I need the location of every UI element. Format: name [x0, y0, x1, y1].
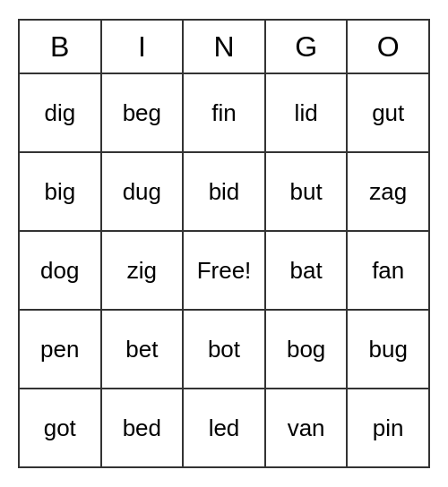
cell-r4-c3: bot: [183, 310, 265, 389]
header-row: BINGO: [19, 20, 429, 73]
cell-r5-c2: bed: [101, 389, 184, 467]
row-5: gotbedledvanpin: [19, 389, 429, 467]
cell-r3-c4: bat: [265, 231, 348, 310]
cell-r5-c3: led: [183, 389, 265, 467]
cell-r4-c5: bug: [347, 310, 429, 389]
cell-r2-c2: dug: [101, 152, 184, 231]
row-3: dogzigFree!batfan: [19, 231, 429, 310]
cell-r1-c3: fin: [183, 73, 265, 152]
cell-r2-c1: big: [19, 152, 101, 231]
cell-r5-c1: got: [19, 389, 101, 467]
cell-r2-c3: bid: [183, 152, 265, 231]
bingo-card: BINGO digbegfinlidgutbigdugbidbutzagdogz…: [18, 19, 430, 468]
cell-r3-c1: dog: [19, 231, 101, 310]
header-col-n: N: [183, 20, 265, 73]
cell-r1-c1: dig: [19, 73, 101, 152]
cell-r1-c2: beg: [101, 73, 184, 152]
cell-r4-c1: pen: [19, 310, 101, 389]
cell-r3-c2: zig: [101, 231, 184, 310]
cell-r2-c4: but: [265, 152, 348, 231]
cell-r5-c5: pin: [347, 389, 429, 467]
cell-r4-c2: bet: [101, 310, 184, 389]
cell-r1-c5: gut: [347, 73, 429, 152]
cell-r5-c4: van: [265, 389, 348, 467]
header-col-o: O: [347, 20, 429, 73]
header-col-b: B: [19, 20, 101, 73]
cell-r1-c4: lid: [265, 73, 348, 152]
header-col-i: I: [101, 20, 184, 73]
cell-r4-c4: bog: [265, 310, 348, 389]
header-col-g: G: [265, 20, 348, 73]
cell-r2-c5: zag: [347, 152, 429, 231]
row-4: penbetbotbogbug: [19, 310, 429, 389]
cell-r3-c5: fan: [347, 231, 429, 310]
row-1: digbegfinlidgut: [19, 73, 429, 152]
cell-r3-c3: Free!: [183, 231, 265, 310]
row-2: bigdugbidbutzag: [19, 152, 429, 231]
